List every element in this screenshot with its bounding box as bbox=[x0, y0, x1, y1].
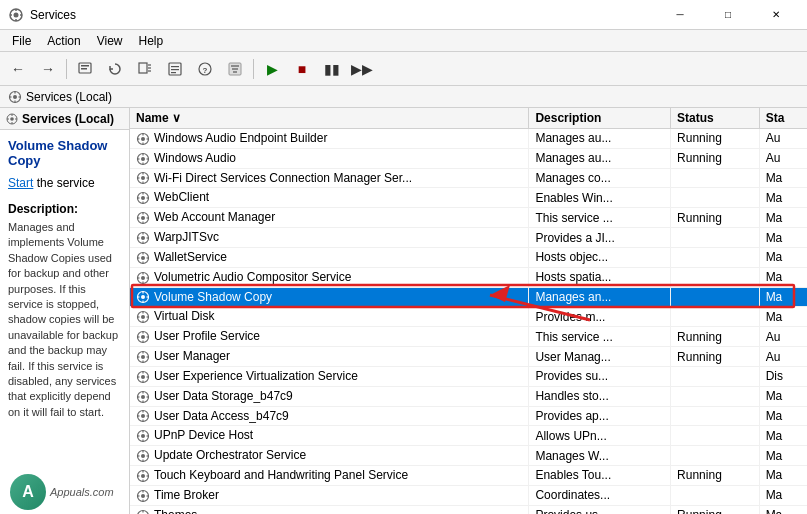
table-row[interactable]: WarpJITSvcProvides a JI...Ma bbox=[130, 228, 807, 248]
service-gear-icon bbox=[136, 211, 150, 225]
svg-point-24 bbox=[13, 95, 17, 99]
start-service-button[interactable]: ▶ bbox=[258, 56, 286, 82]
service-status-cell: Running bbox=[671, 505, 760, 514]
service-status-cell bbox=[671, 426, 760, 446]
table-row[interactable]: User Data Storage_b47c9Handles sto...Ma bbox=[130, 386, 807, 406]
table-row[interactable]: User ManagerUser Manag...RunningAu bbox=[130, 347, 807, 367]
watermark-logo: A bbox=[10, 474, 46, 510]
menu-help[interactable]: Help bbox=[131, 32, 172, 50]
service-action-row: Start the service bbox=[8, 176, 121, 190]
maximize-button[interactable]: □ bbox=[705, 0, 751, 30]
svg-point-144 bbox=[141, 494, 145, 498]
service-desc-cell: Enables Tou... bbox=[529, 466, 671, 486]
service-desc-cell: Manages W... bbox=[529, 446, 671, 466]
export-button[interactable] bbox=[131, 56, 159, 82]
table-row[interactable]: Touch Keyboard and Handwriting Panel Ser… bbox=[130, 466, 807, 486]
svg-point-1 bbox=[14, 12, 19, 17]
forward-button[interactable]: → bbox=[34, 56, 62, 82]
service-gear-icon bbox=[136, 449, 150, 463]
service-gear-icon bbox=[136, 409, 150, 423]
service-desc-cell: Coordinates... bbox=[529, 485, 671, 505]
table-row[interactable]: User Experience Virtualization ServicePr… bbox=[130, 366, 807, 386]
menu-view[interactable]: View bbox=[89, 32, 131, 50]
table-row[interactable]: Wi-Fi Direct Services Connection Manager… bbox=[130, 168, 807, 188]
service-gear-icon bbox=[136, 310, 150, 324]
table-row[interactable]: Windows AudioManages au...RunningAu bbox=[130, 148, 807, 168]
close-button[interactable]: ✕ bbox=[753, 0, 799, 30]
description-label: Description: bbox=[8, 202, 121, 216]
service-desc-cell: Provides m... bbox=[529, 307, 671, 327]
toolbar-sep-1 bbox=[66, 59, 67, 79]
table-row[interactable]: Volume Shadow CopyManages an...Ma bbox=[130, 287, 807, 307]
service-startup-cell: Ma bbox=[759, 287, 807, 307]
services-table-scroll[interactable]: Name ∨ Description Status Sta Windows Au… bbox=[130, 108, 807, 514]
service-desc-cell: Provides ap... bbox=[529, 406, 671, 426]
service-name-cell: User Experience Virtualization Service bbox=[130, 366, 529, 386]
service-gear-icon bbox=[136, 509, 150, 514]
col-startup[interactable]: Sta bbox=[759, 108, 807, 129]
service-startup-cell: Ma bbox=[759, 247, 807, 267]
stop-service-button[interactable]: ■ bbox=[288, 56, 316, 82]
svg-point-114 bbox=[141, 395, 145, 399]
service-gear-icon bbox=[136, 469, 150, 483]
service-desc-cell: This service ... bbox=[529, 327, 671, 347]
service-status-cell: Running bbox=[671, 129, 760, 149]
service-desc-cell: Hosts spatia... bbox=[529, 267, 671, 287]
table-row[interactable]: UPnP Device HostAllows UPn...Ma bbox=[130, 426, 807, 446]
service-status-cell bbox=[671, 386, 760, 406]
service-desc-cell: Handles sto... bbox=[529, 386, 671, 406]
table-row[interactable]: User Profile ServiceThis service ...Runn… bbox=[130, 327, 807, 347]
service-startup-cell: Ma bbox=[759, 505, 807, 514]
table-row[interactable]: Windows Audio Endpoint BuilderManages au… bbox=[130, 129, 807, 149]
service-startup-cell: Ma bbox=[759, 386, 807, 406]
service-startup-cell: Ma bbox=[759, 188, 807, 208]
table-row[interactable]: ThemesProvides us...RunningMa bbox=[130, 505, 807, 514]
table-row[interactable]: User Data Access_b47c9Provides ap...Ma bbox=[130, 406, 807, 426]
help-toolbar-button[interactable]: ? bbox=[191, 56, 219, 82]
minimize-button[interactable]: ─ bbox=[657, 0, 703, 30]
refresh-button[interactable] bbox=[101, 56, 129, 82]
service-name-cell: Volumetric Audio Compositor Service bbox=[130, 267, 529, 287]
filter-button[interactable] bbox=[221, 56, 249, 82]
service-desc-cell: Allows UPn... bbox=[529, 426, 671, 446]
service-status-cell: Running bbox=[671, 208, 760, 228]
table-row[interactable]: Time BrokerCoordinates...Ma bbox=[130, 485, 807, 505]
col-status[interactable]: Status bbox=[671, 108, 760, 129]
service-name-cell: Windows Audio bbox=[130, 148, 529, 168]
svg-rect-8 bbox=[81, 68, 87, 70]
service-status-cell bbox=[671, 406, 760, 426]
restart-service-button[interactable]: ▶▶ bbox=[348, 56, 376, 82]
table-row[interactable]: WalletServiceHosts objec...Ma bbox=[130, 247, 807, 267]
services-breadcrumb-icon bbox=[8, 90, 22, 104]
back-button[interactable]: ← bbox=[4, 56, 32, 82]
service-status-cell: Running bbox=[671, 327, 760, 347]
table-row[interactable]: Update Orchestrator ServiceManages W...M… bbox=[130, 446, 807, 466]
up-button[interactable] bbox=[71, 56, 99, 82]
pause-service-button[interactable]: ▮▮ bbox=[318, 56, 346, 82]
service-desc-cell: Enables Win... bbox=[529, 188, 671, 208]
toolbar: ← → ? ▶ ■ ▮▮ ▶▶ bbox=[0, 52, 807, 86]
table-row[interactable]: Volumetric Audio Compositor ServiceHosts… bbox=[130, 267, 807, 287]
main-content: Services (Local) Volume Shadow Copy Star… bbox=[0, 108, 807, 514]
menu-action[interactable]: Action bbox=[39, 32, 88, 50]
start-service-link[interactable]: Start bbox=[8, 176, 33, 190]
service-gear-icon bbox=[136, 350, 150, 364]
toolbar-sep-2 bbox=[253, 59, 254, 79]
table-row[interactable]: Virtual DiskProvides m...Ma bbox=[130, 307, 807, 327]
svg-point-96 bbox=[141, 335, 145, 339]
svg-point-126 bbox=[141, 434, 145, 438]
table-row[interactable]: WebClientEnables Win...Ma bbox=[130, 188, 807, 208]
menu-file[interactable]: File bbox=[4, 32, 39, 50]
service-desc-cell: Provides a JI... bbox=[529, 228, 671, 248]
svg-point-84 bbox=[141, 295, 145, 299]
service-gear-icon bbox=[136, 191, 150, 205]
table-row[interactable]: Web Account ManagerThis service ...Runni… bbox=[130, 208, 807, 228]
properties-button[interactable] bbox=[161, 56, 189, 82]
col-name[interactable]: Name ∨ bbox=[130, 108, 529, 129]
col-desc[interactable]: Description bbox=[529, 108, 671, 129]
service-status-cell: Running bbox=[671, 148, 760, 168]
svg-point-78 bbox=[141, 276, 145, 280]
service-name-cell: Wi-Fi Direct Services Connection Manager… bbox=[130, 168, 529, 188]
service-status-cell bbox=[671, 307, 760, 327]
service-startup-cell: Au bbox=[759, 327, 807, 347]
